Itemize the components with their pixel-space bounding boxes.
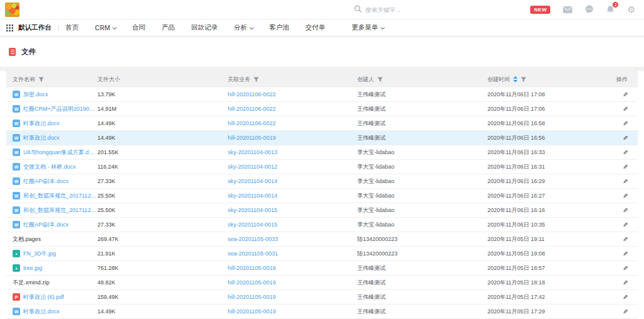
file-name-link[interactable]: U8与hongquan集成方案.docx: [23, 148, 97, 157]
filter-icon[interactable]: [253, 77, 259, 82]
file-name-link[interactable]: 时事政治.docx: [23, 308, 60, 316]
edit-icon[interactable]: [623, 91, 628, 98]
related-business-link[interactable]: hill-20201106-0022: [228, 120, 275, 126]
related-business-link[interactable]: hill-20201105-0019: [228, 279, 275, 286]
created-time: 2020年11月05日 19:11: [487, 235, 610, 243]
table-row[interactable]: 文档.pages 269.47K sea-20201105-0033 陆1342…: [6, 232, 638, 247]
sort-icon[interactable]: [513, 76, 518, 82]
table-row[interactable]: W 和创_数据库规范_20171124.doc 25.50K sky-20201…: [6, 203, 638, 218]
related-business-link[interactable]: sky-20201104-0015: [228, 207, 277, 213]
file-name-link[interactable]: 时事政治.docx: [23, 134, 60, 142]
related-business-link[interactable]: sea-20201105-0033: [228, 236, 278, 242]
table-row[interactable]: W 时事政治.docx 14.49K hill-20201105-0019 王伟…: [6, 305, 638, 319]
edit-icon[interactable]: [623, 250, 628, 257]
table-row[interactable]: W 加密.docx 13.79K hill-20201106-0022 王伟峰测…: [6, 87, 638, 102]
edit-icon[interactable]: [623, 106, 628, 113]
file-name-link[interactable]: 文档.pages: [13, 235, 41, 243]
search-input[interactable]: [365, 6, 441, 13]
table-row[interactable]: W U8与hongquan集成方案.docx 201.55K sky-20201…: [6, 145, 638, 160]
nav-item-0[interactable]: 首页: [65, 23, 79, 32]
table-row[interactable]: W 和创_数据库规范_20171124.doc 25.50K sky-20201…: [6, 189, 638, 203]
file-name-link[interactable]: 时事政治.docx: [23, 120, 60, 128]
file-name-link[interactable]: 交接文档 - 林桥.docx: [23, 163, 76, 171]
creator: 王伟峰测试: [357, 279, 487, 287]
nav-item-5[interactable]: 分析: [234, 23, 253, 32]
related-business-cell: hill-20201105-0019: [228, 265, 357, 271]
column-header-3[interactable]: 创建人: [357, 76, 487, 84]
mail-icon[interactable]: [563, 6, 572, 13]
new-badge[interactable]: NEW: [530, 6, 550, 14]
table-row[interactable]: W 红圈API副本.docx 27.33K sky-20201104-0014 …: [6, 174, 638, 189]
edit-icon[interactable]: [623, 279, 628, 286]
column-header-0[interactable]: 文件名称: [6, 76, 97, 84]
workspace-title[interactable]: 默认工作台: [18, 23, 52, 32]
edit-icon[interactable]: [623, 221, 628, 228]
file-name-link[interactable]: 红圈API副本.docx: [23, 221, 69, 229]
file-name-link[interactable]: 红圈CRM+产品说明201901_前端...: [23, 105, 97, 113]
table-row[interactable]: W 时事政治.docx 14.49K hill-20201106-0022 王伟…: [6, 116, 638, 131]
global-search[interactable]: [354, 4, 448, 15]
related-business-link[interactable]: sea-20201105-0031: [228, 250, 278, 257]
related-business-link[interactable]: hill-20201105-0019: [228, 294, 275, 300]
nav-item-8[interactable]: 更多菜单: [352, 23, 384, 32]
nav-item-7[interactable]: 交付单: [306, 23, 326, 32]
chat-icon[interactable]: [585, 5, 594, 14]
bell-icon[interactable]: 1: [606, 5, 614, 14]
file-name-link[interactable]: FN_3D牛.jpg: [23, 250, 56, 258]
file-name-link[interactable]: 时事政治 (6).pdf: [23, 293, 64, 301]
related-business-link[interactable]: sky-20201104-0014: [228, 178, 277, 184]
filter-icon[interactable]: [521, 77, 526, 82]
table-row[interactable]: ▴ FN_3D牛.jpg 21.91K sea-20201105-0031 陆1…: [6, 247, 638, 261]
nav-item-4[interactable]: 回款记录: [191, 23, 218, 32]
column-header-1[interactable]: 文件大小: [97, 76, 228, 84]
app-grid-icon[interactable]: [6, 25, 13, 31]
nav-item-3[interactable]: 产品: [162, 23, 175, 32]
related-business-link[interactable]: sky-20201104-0015: [228, 221, 277, 228]
column-header-5[interactable]: 操作: [610, 76, 638, 84]
related-business-link[interactable]: sky-20201104-0014: [228, 193, 277, 199]
related-business-link[interactable]: hill-20201105-0019: [228, 308, 275, 315]
file-name-link[interactable]: 红圈API副本.docx: [23, 177, 69, 186]
edit-icon[interactable]: [623, 236, 628, 243]
table-row[interactable]: W 红圈API副本.docx 27.33K sky-20201104-0015 …: [6, 218, 638, 232]
edit-icon[interactable]: [623, 265, 628, 272]
edit-icon[interactable]: [623, 193, 628, 199]
edit-icon[interactable]: [623, 135, 628, 142]
edit-icon[interactable]: [623, 207, 628, 214]
created-time: 2020年11月05日 19:08: [487, 250, 610, 258]
file-name-link[interactable]: 和创_数据库规范_20171124.doc: [23, 192, 97, 200]
table-row[interactable]: ▴ tree.jpg 761.28K hill-20201105-0019 王伟…: [6, 261, 638, 276]
edit-icon[interactable]: [623, 178, 628, 185]
related-business-link[interactable]: hill-20201106-0022: [228, 91, 275, 98]
table-row[interactable]: W 红圈CRM+产品说明201901_前端... 14.91M hill-202…: [6, 102, 638, 116]
edit-icon[interactable]: [623, 164, 628, 171]
file-size: 14.49K: [97, 135, 228, 141]
nav-item-1[interactable]: CRM: [95, 24, 116, 31]
file-name-link[interactable]: tree.jpg: [23, 265, 42, 271]
app-logo[interactable]: [5, 3, 19, 17]
related-business-link[interactable]: hill-20201106-0022: [228, 106, 275, 112]
nav-item-6[interactable]: 客户池: [269, 23, 289, 32]
related-business-link[interactable]: hill-20201105-0019: [228, 135, 275, 141]
table-row[interactable]: P 时事政治 (6).pdf 159.49K hill-20201105-001…: [6, 290, 638, 305]
edit-icon[interactable]: [623, 294, 628, 301]
edit-icon[interactable]: [623, 308, 628, 315]
filter-icon[interactable]: [377, 77, 383, 82]
table-row[interactable]: 不足.xmind.zip 48.82K hill-20201105-0019 王…: [6, 276, 638, 290]
table-row[interactable]: W 时事政治.docx 14.49K hill-20201105-0019 王伟…: [6, 131, 638, 145]
related-business-link[interactable]: sky-20201104-0013: [228, 149, 277, 155]
related-business-link[interactable]: hill-20201105-0019: [228, 265, 275, 271]
file-name-link[interactable]: 和创_数据库规范_20171124.doc: [23, 206, 97, 215]
edit-icon[interactable]: [623, 149, 628, 156]
column-header-2[interactable]: 关联业务: [228, 76, 357, 84]
edit-icon[interactable]: [623, 120, 628, 127]
filter-icon[interactable]: [38, 77, 44, 82]
operation-cell: [610, 294, 638, 301]
gear-icon[interactable]: ⚙: [627, 5, 635, 14]
file-name-link[interactable]: 不足.xmind.zip: [13, 279, 50, 287]
related-business-link[interactable]: sky-20201104-0012: [228, 164, 277, 170]
column-header-4[interactable]: 创建时间: [487, 76, 610, 84]
file-name-link[interactable]: 加密.docx: [23, 91, 48, 99]
table-row[interactable]: W 交接文档 - 林桥.docx 116.24K sky-20201104-00…: [6, 160, 638, 174]
nav-item-2[interactable]: 合同: [132, 23, 145, 32]
